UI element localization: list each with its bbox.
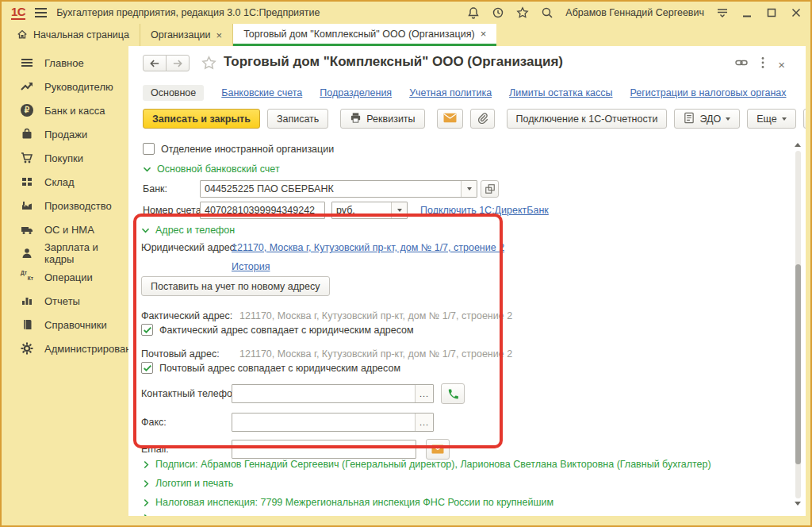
sidebar-item-warehouse[interactable]: Склад	[2, 170, 128, 194]
section-partial[interactable]	[143, 514, 150, 516]
save-and-close-button[interactable]: Записать и закрыть	[143, 109, 260, 129]
fax-field: ...	[232, 413, 434, 432]
search-icon[interactable]	[541, 6, 553, 19]
email-field	[232, 440, 416, 459]
tab-organizations[interactable]: Организации ×	[140, 24, 233, 46]
title-bar: 1С Бухгалтерия предприятия, редакция 3.0…	[2, 2, 810, 24]
fax-input[interactable]	[232, 414, 415, 431]
nav-link-cash-limits[interactable]: Лимиты остатка кассы	[509, 87, 612, 98]
close-window-icon[interactable]	[790, 6, 802, 19]
check-icon	[143, 364, 152, 373]
paperclip-icon	[477, 112, 488, 126]
sidebar-item-fixed-assets[interactable]: ОС и НМА	[2, 217, 128, 241]
directbank-link[interactable]: Подключить 1С:ДиректБанк	[420, 205, 549, 216]
phone-ellipsis-button[interactable]: ...	[415, 385, 433, 402]
sidebar-item-production[interactable]: Производство	[2, 194, 128, 217]
menu-icon	[21, 56, 33, 69]
chevron-down-icon	[141, 227, 150, 234]
nav-link-bank-accounts[interactable]: Банковские счета	[221, 87, 302, 98]
maximize-icon[interactable]	[765, 6, 778, 19]
email-input[interactable]	[232, 440, 416, 458]
sidebar-item-administration[interactable]: Администрирование	[2, 337, 128, 360]
section-logo-stamp[interactable]: Логотип и печать	[143, 478, 233, 489]
phone-input[interactable]	[232, 385, 415, 402]
nav-link-departments[interactable]: Подразделения	[320, 87, 392, 98]
fax-ellipsis-button[interactable]: ...	[415, 414, 433, 431]
collapse-panels-icon[interactable]	[716, 7, 729, 18]
dtkt-icon: ДтКт	[21, 271, 33, 283]
close-tab-icon[interactable]: ×	[216, 30, 223, 40]
save-button[interactable]: Записать	[267, 109, 328, 129]
link-icon[interactable]	[735, 56, 748, 72]
sidebar-item-bank-cash[interactable]: ₽ Банк и касса	[2, 98, 128, 122]
attachments-button[interactable]	[470, 109, 495, 129]
scrollbar-down-icon[interactable]	[795, 502, 801, 506]
account-input[interactable]	[201, 202, 324, 218]
sidebar-item-sales[interactable]: Продажи	[2, 122, 128, 146]
write-email-button[interactable]	[426, 439, 450, 460]
forward-button[interactable]	[166, 55, 190, 71]
edo-button[interactable]: ЭДО	[674, 109, 740, 129]
chevron-down-icon	[397, 209, 402, 212]
foreign-branch-row: Отделение иностранной организации	[143, 143, 334, 155]
favorite-star-icon[interactable]	[201, 56, 216, 74]
history-icon[interactable]	[492, 6, 504, 19]
form-header-actions: ×	[735, 56, 785, 72]
favorites-star-icon[interactable]	[516, 6, 529, 19]
phone-label: Контактный телефон:	[141, 388, 232, 399]
main-menu-icon[interactable]	[35, 8, 47, 17]
back-button[interactable]	[143, 55, 167, 71]
minimize-icon[interactable]	[741, 6, 753, 19]
postal-address-row: Почтовый адрес: 121170, Москва г, Кутузо…	[141, 347, 512, 361]
sidebar-item-main[interactable]: Главное	[2, 51, 128, 75]
call-button[interactable]	[441, 383, 465, 404]
bank-open-button[interactable]	[481, 180, 499, 198]
email-row: Email:	[141, 439, 450, 460]
tab-organization-card[interactable]: Торговый дом "Комплексный" ООО (Организа…	[233, 24, 496, 46]
factory-icon	[21, 199, 33, 212]
sidebar-item-manager[interactable]: Руководителю	[2, 75, 128, 98]
more-button[interactable]: Еще	[747, 109, 795, 129]
postal-same-checkbox[interactable]	[141, 362, 153, 374]
phone-row: Контактный телефон: ...	[141, 383, 465, 404]
bank-section-header[interactable]: Основной банковский счет	[143, 163, 280, 175]
bag-icon	[21, 128, 33, 140]
actual-same-checkbox[interactable]	[141, 324, 153, 336]
reregister-address-button[interactable]: Поставить на учет по новому адресу	[141, 276, 330, 296]
requisites-button[interactable]: Реквизиты	[340, 109, 424, 129]
currency-combo[interactable]: руб.	[331, 202, 408, 219]
nav-link-accounting-policy[interactable]: Учетная политика	[409, 87, 492, 98]
legal-address-link[interactable]: 121170, Москва г, Кутузовский пр-кт, дом…	[232, 242, 504, 253]
tab-home-label: Начальная страница	[33, 29, 129, 40]
sidebar-item-purchases[interactable]: Покупки	[2, 146, 128, 170]
bank-dropdown-button[interactable]	[461, 181, 477, 197]
notifications-bell-icon[interactable]	[467, 6, 480, 19]
nav-link-tax-registrations[interactable]: Регистрации в налоговых органах	[630, 87, 787, 98]
send-email-button[interactable]	[437, 109, 463, 129]
chevron-right-icon	[143, 498, 150, 507]
nav-link-main[interactable]: Основное	[143, 85, 204, 101]
person-icon	[21, 247, 33, 260]
sidebar-item-operations[interactable]: ДтКт Операции	[2, 265, 128, 289]
close-tab-icon[interactable]: ×	[481, 29, 487, 39]
scrollbar-thumb[interactable]	[795, 264, 801, 464]
scrollbar-up-icon[interactable]	[795, 143, 801, 147]
connect-1c-reporting-button[interactable]: Подключение к 1С-Отчетности	[507, 109, 668, 129]
address-section-header[interactable]: Адрес и телефон	[141, 225, 235, 236]
section-signatures[interactable]: Подписи: Абрамов Геннадий Сергеевич (Ген…	[143, 459, 711, 470]
foreign-branch-checkbox[interactable]	[143, 143, 155, 155]
currency-dropdown-button[interactable]	[391, 202, 407, 218]
help-button[interactable]: ?	[803, 109, 806, 129]
bank-input[interactable]	[201, 181, 461, 197]
more-vert-icon[interactable]	[761, 56, 764, 72]
app-title: Бухгалтерия предприятия, редакция 3.0 1С…	[56, 7, 320, 18]
section-tax-inspection[interactable]: Налоговая инспекция: 7799 Межрегиональна…	[143, 497, 553, 508]
history-link[interactable]: История	[232, 261, 270, 272]
truck-icon	[21, 223, 33, 236]
sidebar-item-directories[interactable]: Справочники	[2, 313, 128, 337]
sidebar-item-salary-hr[interactable]: Зарплата и кадры	[2, 241, 128, 265]
current-user[interactable]: Абрамов Геннадий Сергеевич	[565, 7, 704, 18]
tab-home[interactable]: Начальная страница	[6, 24, 140, 46]
sidebar-item-reports[interactable]: Отчеты	[2, 289, 128, 313]
close-form-icon[interactable]: ×	[778, 59, 785, 71]
